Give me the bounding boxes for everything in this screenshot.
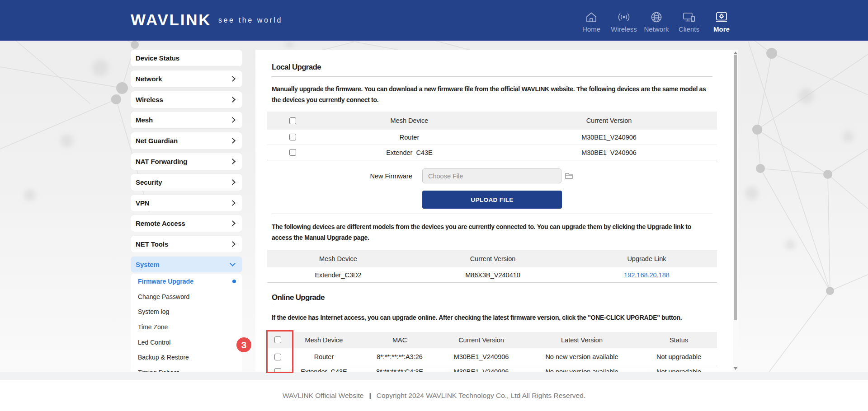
annotation-step-badge: 3 [236,337,251,352]
column-header: Status [641,336,717,344]
column-header: Current Version [501,117,717,124]
sidebar-item-system[interactable]: System [131,257,242,272]
new-firmware-label: New Firmware [255,173,412,180]
upload-file-button[interactable]: UPLOAD FILE [422,191,562,209]
chevron-right-icon [230,117,236,123]
annotation-highlight-box [266,330,293,373]
table-row: Router M30BE1_V240906 [267,130,717,145]
submenu-item-timing-reboot[interactable]: Timing Reboot [131,365,242,372]
row-checkbox[interactable] [289,134,296,140]
device-name: Extender_C43E [288,368,360,372]
local-upgrade-table: Mesh Device Current Version Router M30BE… [267,112,717,160]
sidebar-item-remote-access[interactable]: Remote Access [131,215,242,232]
chevron-right-icon [230,97,236,103]
latest-version: No new version available [523,368,641,372]
footer-separator: | [369,392,371,400]
column-header: Upgrade Link [576,255,717,262]
sidebar-item-vpn[interactable]: VPN [131,195,242,211]
content-scrollbar [733,50,738,372]
column-header: MAC [360,336,439,344]
clients-icon [682,11,696,23]
nav-item-more[interactable]: More [705,0,738,41]
top-navbar: WAVLINK see the world Home [0,0,868,41]
submenu-item-system-log[interactable]: System log [131,304,242,319]
divider [272,214,712,214]
nav-label: More [713,25,730,33]
table-header-row: Mesh Device Current Version Upgrade Link [267,250,717,267]
online-upgrade-table: Mesh Device MAC Current Version Latest V… [267,332,717,372]
divider [272,306,712,306]
nav-label: Home [582,25,600,33]
sidebar-item-device-status[interactable]: Device Status [131,50,242,66]
folder-icon[interactable] [565,173,573,179]
device-version: M30BE1_V240906 [439,353,523,360]
chevron-right-icon [230,200,236,206]
submenu-item-led-control[interactable]: Led Control [131,335,242,350]
chevron-right-icon [230,76,236,82]
device-name: Router [288,353,360,360]
nav-item-network[interactable]: Network [640,0,673,41]
device-mac: 8*:**:**:**:C4:3E [360,368,439,372]
sidebar-item-network[interactable]: Network [131,70,242,87]
submenu-item-change-password[interactable]: Change Password [131,289,242,304]
main-content-panel: Local Upgrade Manually upgrade the firmw… [255,50,738,372]
table-header-row: Mesh Device Current Version [267,112,717,130]
active-dot [232,280,236,283]
scrollbar-down-arrow[interactable] [734,367,737,370]
online-upgrade-title: Online Upgrade [272,293,325,302]
nav-label: Wireless [611,25,637,33]
upgrade-status: Not upgradable [641,368,717,372]
submenu-item-time-zone[interactable]: Time Zone [131,319,242,335]
firmware-file-input[interactable] [422,168,561,183]
logo-tagline: see the world [218,16,283,24]
local-upgrade-title: Local Upgrade [272,63,321,72]
nav-item-wireless[interactable]: Wireless [608,0,640,41]
nav-label: Network [644,25,669,33]
copyright-text: Copyright 2024 WAVLINK Technology Co., L… [377,392,585,400]
column-header: Current Version [409,255,576,262]
column-header: Latest Version [523,336,641,344]
column-header: Mesh Device [267,255,409,262]
select-all-checkbox[interactable] [289,117,296,124]
column-header: Current Version [439,336,523,344]
nav-item-clients[interactable]: Clients [673,0,705,41]
device-version: M86X3B_V240410 [409,271,576,279]
upgrade-link[interactable]: 192.168.20.188 [624,271,670,279]
table-header-row: Mesh Device MAC Current Version Latest V… [267,332,717,348]
device-name: Extender_C43E [318,149,501,156]
submenu-item-backup-restore[interactable]: Backup & Restore [131,350,242,365]
device-name: Extender_C3D2 [267,271,409,279]
page-footer: WAVLINK Official Website | Copyright 202… [0,380,868,411]
sidebar-item-net-guardian[interactable]: Net Guardian [131,132,242,149]
sidebar-item-net-tools[interactable]: NET Tools [131,236,242,252]
local-upgrade-description: Manually upgrade the firmware. You can d… [272,84,706,106]
gear-icon [715,11,728,23]
device-version: M30BE1_V240906 [501,149,717,156]
scrollbar-thumb[interactable] [734,55,737,320]
home-icon [585,11,598,23]
official-website-link[interactable]: WAVLINK Official Website [283,392,363,400]
globe-icon [650,11,663,23]
sidebar-item-nat-forwarding[interactable]: NAT Forwarding [131,153,242,170]
chevron-right-icon [230,159,236,164]
logo-text: WAVLINK [131,11,211,29]
divider [272,76,712,77]
sidebar-item-mesh[interactable]: Mesh [131,112,242,128]
table-row: Extender_C43E M30BE1_V240906 [267,145,717,160]
table-row: Router 8*:**:**:**:A3:26 M30BE1_V240906 … [267,348,717,366]
column-header: Mesh Device [288,336,360,344]
sidebar-menu: Device Status Network Wireless Mesh Net … [131,50,242,372]
bottom-strip [0,372,868,380]
table-row: Extender_C43E 8*:**:**:**:C4:3E M30BE1_V… [267,366,717,372]
sidebar-item-wireless[interactable]: Wireless [131,91,242,108]
scrollbar-up-arrow[interactable] [734,51,737,54]
table-row: Extender_C3D2 M86X3B_V240410 192.168.20.… [267,267,717,283]
submenu-item-firmware-upgrade[interactable]: Firmware Upgrade [131,274,242,289]
row-checkbox[interactable] [289,149,296,156]
wireless-icon [618,11,630,23]
chevron-down-icon [230,261,236,266]
nav-item-home[interactable]: Home [575,0,608,41]
system-submenu: Firmware Upgrade Change Password System … [131,274,242,372]
sidebar-item-security[interactable]: Security [131,174,242,191]
upgrade-link-table: Mesh Device Current Version Upgrade Link… [267,250,717,283]
